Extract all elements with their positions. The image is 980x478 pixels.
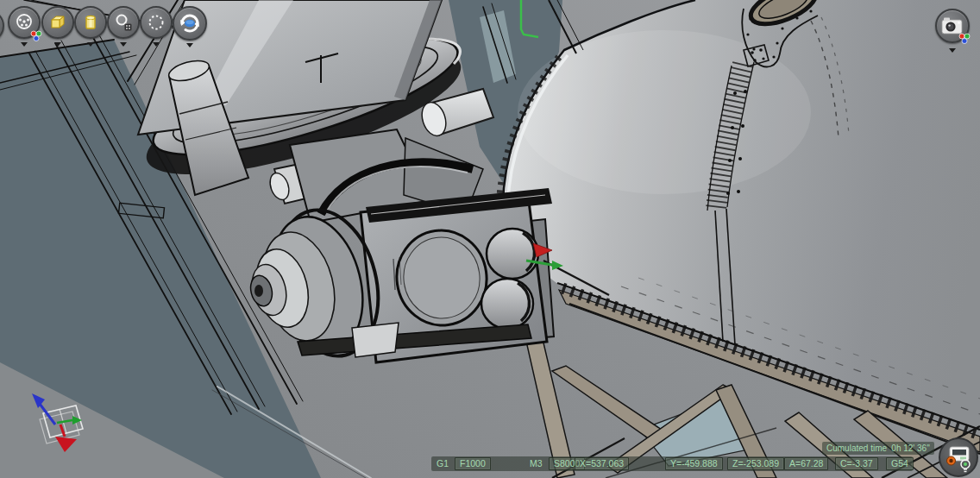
status-x-position: X=537.063 xyxy=(575,457,629,470)
camera-icon xyxy=(939,15,965,37)
solid-view-button[interactable] xyxy=(41,6,74,39)
orbit-view-button[interactable] xyxy=(8,6,41,39)
simulation-refresh-dropdown[interactable] xyxy=(186,43,193,47)
status-spindle-mode: M3 xyxy=(530,456,543,471)
scene-3d[interactable] xyxy=(0,0,980,478)
simulation-refresh-button[interactable] xyxy=(173,6,207,41)
view-capture-dropdown[interactable] xyxy=(949,48,956,53)
cube-icon xyxy=(48,13,67,32)
stock-view-button[interactable] xyxy=(74,6,107,39)
zoom-tool-dropdown[interactable] xyxy=(120,42,127,47)
orbit-sphere-icon xyxy=(14,12,35,33)
lamp-icon xyxy=(958,458,972,475)
status-work-offset: G54 xyxy=(886,457,914,470)
nc-status-bar: G1 F1000 M3 S8000 X=537.063 Y=-459.888 Z… xyxy=(431,456,913,471)
solid-view-dropdown[interactable] xyxy=(54,42,61,47)
cumulated-time-panel: Cumulated time 0h 12' 36'' xyxy=(822,442,934,455)
dashed-circle-icon xyxy=(146,12,166,33)
selection-tool-dropdown[interactable] xyxy=(153,42,160,47)
work-light-button[interactable] xyxy=(958,458,972,475)
status-a-axis: A=67.28 xyxy=(784,457,828,470)
simulation-viewport[interactable]: G1 F1000 M3 S8000 X=537.063 Y=-459.888 Z… xyxy=(0,0,980,478)
status-y-position: Y=-459.888 xyxy=(665,457,723,470)
cumulated-time-value: 0h 12' 36'' xyxy=(891,442,930,455)
zoom-tool-button[interactable] xyxy=(107,6,140,39)
cylinder-stock-icon xyxy=(81,13,100,32)
status-feed-rate: F1000 xyxy=(455,457,491,470)
view-capture-button[interactable] xyxy=(935,9,970,43)
orbit-view-dropdown[interactable] xyxy=(21,42,28,47)
magnifier-icon xyxy=(113,12,134,33)
circular-arrows-icon xyxy=(178,11,202,35)
selection-tool-button[interactable] xyxy=(140,6,173,39)
status-gcode: G1 xyxy=(437,456,449,471)
cumulated-time-label: Cumulated time xyxy=(826,442,887,455)
stock-view-dropdown[interactable] xyxy=(87,42,94,47)
status-c-axis: C=-3.37 xyxy=(835,457,878,470)
status-z-position: Z=-253.089 xyxy=(727,457,784,470)
